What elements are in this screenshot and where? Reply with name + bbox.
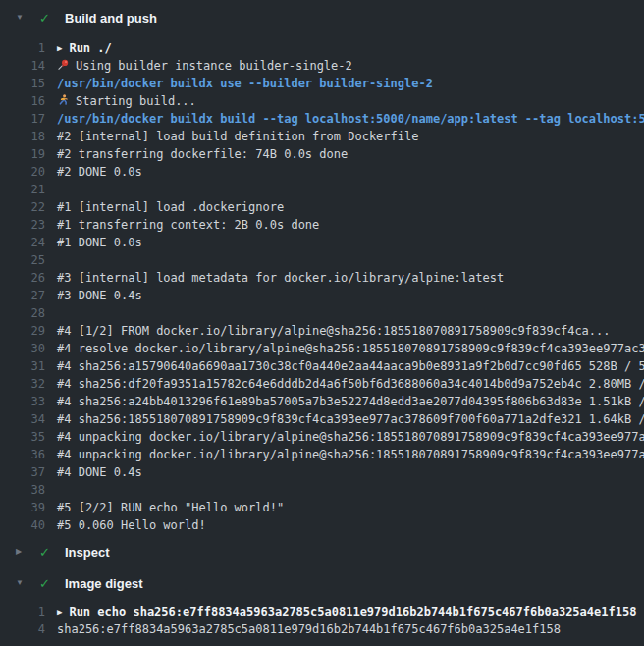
log-line: 15/usr/bin/docker buildx use --builder b… — [0, 75, 644, 92]
line-number[interactable]: 33 — [0, 393, 45, 410]
log-text-content: #1 transferring context: 2B 0.0s done — [57, 218, 319, 232]
line-number[interactable]: 32 — [0, 375, 45, 393]
line-number[interactable]: 29 — [0, 322, 45, 340]
log-text: #4 sha256:a24bb4013296f61e89ba57005a7b3e… — [57, 393, 644, 410]
log-line: 14Using builder instance builder-single-… — [0, 57, 644, 75]
expand-group-arrow-icon[interactable]: ▶ — [57, 603, 62, 620]
line-number[interactable]: 27 — [0, 287, 45, 304]
log-line: 18#2 [internal] load build definition fr… — [0, 128, 644, 145]
line-number[interactable]: 20 — [0, 163, 45, 181]
line-number[interactable]: 23 — [0, 216, 45, 234]
run-group-text: ▶Run echo sha256:e7ff8834a5963a2785c5a08… — [57, 603, 636, 620]
log-text: #1 [internal] load .dockerignore — [57, 198, 284, 216]
log-line: 23#1 transferring context: 2B 0.0s done — [0, 216, 644, 234]
section-header-image-digest[interactable]: ▼✓Image digest — [0, 569, 644, 597]
section-log-content: 1▶Run ./14Using builder instance builder… — [0, 35, 644, 534]
log-text-content: #2 transferring dockerfile: 74B 0.0s don… — [57, 147, 348, 161]
log-line: 25 — [0, 251, 644, 269]
log-text: #3 [internal] load metadata for docker.i… — [57, 269, 504, 287]
log-line: 1▶Run echo sha256:e7ff8834a5963a2785c5a0… — [0, 603, 644, 620]
line-number[interactable]: 39 — [0, 499, 45, 516]
log-text-content: #2 [internal] load build definition from… — [57, 130, 418, 143]
line-number[interactable]: 16 — [0, 92, 45, 110]
log-text-content: #4 resolve docker.io/library/alpine@sha2… — [57, 342, 644, 355]
command-text: /usr/bin/docker buildx build --tag local… — [57, 110, 644, 128]
log-text-content: #3 DONE 0.4s — [57, 289, 142, 302]
log-line: 1▶Run ./ — [0, 39, 644, 57]
line-number[interactable]: 36 — [0, 446, 45, 463]
log-text: #2 [internal] load build definition from… — [57, 128, 418, 145]
log-line: 21 — [0, 181, 644, 198]
log-text: #4 DONE 0.4s — [57, 463, 142, 481]
section-header-build-and-push[interactable]: ▼✓Build and push — [0, 0, 644, 35]
success-check-icon: ✓ — [39, 12, 53, 25]
log-line: 31#4 sha256:a15790640a6690aa1730c38cf0a4… — [0, 357, 644, 375]
log-line: 38 — [0, 481, 644, 499]
log-text-content: #5 0.060 Hello world! — [57, 518, 206, 532]
line-number[interactable]: 1 — [0, 39, 45, 57]
line-number[interactable]: 26 — [0, 269, 45, 287]
line-number[interactable]: 40 — [0, 516, 45, 534]
line-number[interactable]: 1 — [0, 603, 45, 620]
log-text-content: Starting build... — [76, 94, 196, 108]
chevron-down-icon[interactable]: ▼ — [16, 14, 26, 22]
pushpin-icon — [57, 58, 70, 70]
log-text-content: #4 unpacking docker.io/library/alpine@sh… — [57, 430, 644, 444]
line-number[interactable]: 22 — [0, 198, 45, 216]
log-line: 4sha256:e7ff8834a5963a2785c5a0811e979d16… — [0, 620, 644, 638]
log-text-content: /usr/bin/docker buildx build --tag local… — [57, 112, 644, 126]
line-number[interactable]: 17 — [0, 110, 45, 128]
line-number[interactable]: 21 — [0, 181, 45, 198]
section-title: Image digest — [65, 576, 142, 591]
line-number[interactable]: 30 — [0, 340, 45, 357]
line-number[interactable]: 37 — [0, 463, 45, 481]
log-line: 40#5 0.060 Hello world! — [0, 516, 644, 534]
log-text-content: Run ./ — [69, 41, 111, 55]
log-text-content: #3 [internal] load metadata for docker.i… — [57, 271, 504, 285]
line-number[interactable]: 4 — [0, 620, 45, 638]
line-number[interactable]: 15 — [0, 75, 45, 92]
log-line: 16Starting build... — [0, 92, 644, 110]
log-text: #4 sha256:185518070891758909c9f839cf4ca3… — [57, 410, 644, 428]
log-text-content: #4 sha256:a24bb4013296f61e89ba57005a7b3e… — [57, 395, 644, 408]
log-line: 19#2 transferring dockerfile: 74B 0.0s d… — [0, 145, 644, 163]
line-number[interactable]: 35 — [0, 428, 45, 446]
log-line: 35#4 unpacking docker.io/library/alpine@… — [0, 428, 644, 446]
log-line: 17/usr/bin/docker buildx build --tag loc… — [0, 110, 644, 128]
log-text: #1 transferring context: 2B 0.0s done — [57, 216, 319, 234]
log-text-content: #4 DONE 0.4s — [57, 465, 142, 479]
line-number[interactable]: 38 — [0, 481, 45, 499]
log-line: 37#4 DONE 0.4s — [0, 463, 644, 481]
log-text: sha256:e7ff8834a5963a2785c5a0811e979d16b… — [57, 620, 561, 638]
log-text-content: Run echo sha256:e7ff8834a5963a2785c5a081… — [69, 605, 636, 619]
log-text-content: #4 [1/2] FROM docker.io/library/alpine@s… — [57, 324, 611, 338]
log-line: 22#1 [internal] load .dockerignore — [0, 198, 644, 216]
line-number[interactable]: 18 — [0, 128, 45, 145]
line-number[interactable]: 24 — [0, 234, 45, 251]
line-number[interactable]: 19 — [0, 145, 45, 163]
log-text-content: #1 [internal] load .dockerignore — [57, 200, 284, 214]
log-line: 33#4 sha256:a24bb4013296f61e89ba57005a7b… — [0, 393, 644, 410]
log-text: #5 [2/2] RUN echo "Hello world!" — [57, 499, 284, 516]
actions-log-viewer: ▼✓Build and push1▶Run ./14Using builder … — [0, 0, 644, 646]
log-text-content: #4 unpacking docker.io/library/alpine@sh… — [57, 448, 644, 461]
expand-group-arrow-icon[interactable]: ▶ — [57, 39, 62, 57]
log-text-content: Using builder instance builder-single-2 — [76, 59, 352, 73]
section-header-inspect[interactable]: ▶✓Inspect — [0, 538, 644, 565]
line-number[interactable]: 34 — [0, 410, 45, 428]
chevron-right-icon[interactable]: ▶ — [16, 548, 26, 556]
line-number[interactable]: 14 — [0, 57, 45, 75]
log-text-content: #4 sha256:185518070891758909c9f839cf4ca3… — [57, 412, 644, 426]
log-text-content: /usr/bin/docker buildx use --builder bui… — [57, 77, 433, 90]
log-line: 24#1 DONE 0.0s — [0, 234, 644, 251]
line-number[interactable]: 28 — [0, 304, 45, 322]
log-text: #2 transferring dockerfile: 74B 0.0s don… — [57, 145, 348, 163]
chevron-down-icon[interactable]: ▼ — [16, 579, 26, 587]
success-check-icon: ✓ — [39, 546, 53, 559]
log-text: Using builder instance builder-single-2 — [57, 57, 352, 75]
log-text: #4 [1/2] FROM docker.io/library/alpine@s… — [57, 322, 611, 340]
success-check-icon: ✓ — [39, 577, 53, 590]
log-text: #4 sha256:a15790640a6690aa1730c38cf0a440… — [57, 357, 644, 375]
line-number[interactable]: 25 — [0, 251, 45, 269]
line-number[interactable]: 31 — [0, 357, 45, 375]
